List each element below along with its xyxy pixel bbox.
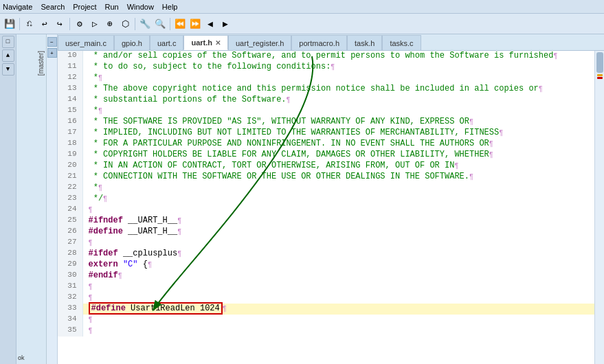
line-code[interactable]: * FOR A PARTICULAR PURPOSE AND NONINFRIN… xyxy=(82,139,594,150)
table-row: 31¶ xyxy=(58,282,594,293)
line-code[interactable]: * THE SOFTWARE IS PROVIDED "AS IS", WITH… xyxy=(82,117,594,128)
line-code[interactable]: * to do so, subject to the following con… xyxy=(82,62,594,73)
table-row: 17 * IMPLIED, INCLUDING BUT NOT LIMITED … xyxy=(58,128,594,139)
expand-btn[interactable]: + xyxy=(47,48,57,58)
line-code[interactable]: *¶ xyxy=(82,106,594,117)
line-code[interactable]: * CONNECTION WITH THE SOFTWARE OR THE US… xyxy=(82,172,594,183)
line-number: 17 xyxy=(58,128,82,139)
line-number: 35 xyxy=(58,326,82,337)
toolbar-btn-8[interactable]: ⬡ xyxy=(118,17,132,31)
line-number: 29 xyxy=(58,260,82,271)
toolbar-sep-3 xyxy=(135,18,135,30)
line-code[interactable]: #ifdef __cplusplus¶ xyxy=(82,249,594,260)
editor-body: 10 * and/or sell copies of the Software,… xyxy=(58,51,604,364)
toolbar-btn-4[interactable]: ↪ xyxy=(53,17,67,31)
line-number: 30 xyxy=(58,271,82,282)
line-code[interactable]: #ifndef __UART_H__¶ xyxy=(82,216,594,227)
collapse-btn[interactable]: − xyxy=(47,37,57,47)
minimap-indicator-1 xyxy=(597,74,603,76)
toolbar-btn-13[interactable]: ◀ xyxy=(203,17,217,31)
scroll-thumb[interactable] xyxy=(596,52,603,73)
line-code[interactable]: ¶ xyxy=(82,326,594,337)
table-row: 23 */¶ xyxy=(58,194,594,205)
toolbar-btn-5[interactable]: ⚙ xyxy=(73,17,87,31)
table-row: 18 * FOR A PARTICULAR PURPOSE AND NONINF… xyxy=(58,139,594,150)
line-code[interactable]: ¶ xyxy=(82,238,594,249)
table-row: 19 * COPYRIGHT HOLDERS BE LIABLE FOR ANY… xyxy=(58,150,594,161)
line-code[interactable]: #define __UART_H__¶ xyxy=(82,227,594,238)
toolbar-btn-3[interactable]: ↩ xyxy=(38,17,52,31)
line-number: 20 xyxy=(58,161,82,172)
line-code[interactable]: ¶ xyxy=(82,315,594,326)
code-table: 10 * and/or sell copies of the Software,… xyxy=(58,51,594,337)
table-row: 29extern "C" {¶ xyxy=(58,260,594,271)
table-row: 30#endif¶ xyxy=(58,271,594,282)
toolbar-btn-2[interactable]: ⎌ xyxy=(23,17,36,31)
toolbar-sep-2 xyxy=(69,18,70,30)
ok-label: ok xyxy=(18,354,45,361)
menu-search[interactable]: Search xyxy=(41,3,65,11)
tab-task[interactable]: task.h xyxy=(347,35,382,50)
line-code[interactable]: *¶ xyxy=(82,73,594,84)
line-number: 12 xyxy=(58,73,82,84)
table-row: 13 * The above copyright notice and this… xyxy=(58,84,594,95)
tab-portmacro[interactable]: portmacro.h xyxy=(291,35,347,50)
scroll-track[interactable] xyxy=(594,51,604,364)
menu-run[interactable]: Run xyxy=(105,3,119,11)
line-code[interactable]: * and/or sell copies of the Software, an… xyxy=(82,51,594,62)
line-code[interactable]: * The above copyright notice and this pe… xyxy=(82,84,594,95)
line-number: 18 xyxy=(58,139,82,150)
table-row: 35¶ xyxy=(58,326,594,337)
line-number: 25 xyxy=(58,216,82,227)
table-row: 26#define __UART_H__¶ xyxy=(58,227,594,238)
tab-gpio[interactable]: gpio.h xyxy=(114,35,150,50)
code-scroll[interactable]: 10 * and/or sell copies of the Software,… xyxy=(58,51,594,364)
line-code[interactable]: ¶ xyxy=(82,205,594,216)
menu-bar: Navigate Search Project Run Window Help xyxy=(0,0,604,14)
line-code[interactable]: */¶ xyxy=(82,194,594,205)
line-code[interactable]: #endif¶ xyxy=(82,271,594,282)
line-number: 16 xyxy=(58,117,82,128)
toolbar-btn-10[interactable]: 🔍 xyxy=(153,17,167,31)
line-number: 32 xyxy=(58,293,82,304)
line-number: 24 xyxy=(58,205,82,216)
menu-help[interactable]: Help xyxy=(162,3,178,11)
tab-uart-h[interactable]: uart.h ✕ xyxy=(183,35,228,50)
table-row: 24¶ xyxy=(58,205,594,216)
toolbar-btn-14[interactable]: ▶ xyxy=(219,17,232,31)
menu-window[interactable]: Window xyxy=(127,3,154,11)
tab-user-main[interactable]: user_main.c xyxy=(58,35,114,50)
toolbar-btn-11[interactable]: ⏪ xyxy=(173,17,187,31)
line-code[interactable]: * substantial portions of the Software.¶ xyxy=(82,95,594,106)
toolbar-btn-7[interactable]: ⊕ xyxy=(103,17,117,31)
tab-tasks-c[interactable]: tasks.c xyxy=(382,35,421,50)
menu-project[interactable]: Project xyxy=(73,3,96,11)
table-row: 33#define Usart1ReadLen 1024¶ xyxy=(58,304,594,315)
table-row: 12 *¶ xyxy=(58,73,594,84)
line-code[interactable]: *¶ xyxy=(82,183,594,194)
toolbar-btn-9[interactable]: 🔧 xyxy=(138,17,152,31)
tab-uart-c[interactable]: uart.c xyxy=(150,35,184,50)
line-number: 13 xyxy=(58,84,82,95)
panel-icon-3[interactable]: ▼ xyxy=(2,63,14,76)
line-code[interactable]: * COPYRIGHT HOLDERS BE LIABLE FOR ANY CL… xyxy=(82,150,594,161)
sidebar-area: − + xyxy=(47,34,58,364)
code-area[interactable]: 10 * and/or sell copies of the Software,… xyxy=(58,51,594,364)
tab-uart-register[interactable]: uart_register.h xyxy=(228,35,291,50)
panel-icon-1[interactable]: □ xyxy=(2,36,14,48)
panel-icon-2[interactable]: ▲ xyxy=(2,49,14,62)
line-code[interactable]: * IMPLIED, INCLUDING BUT NOT LIMITED TO … xyxy=(82,128,594,139)
line-code[interactable]: #define Usart1ReadLen 1024¶ xyxy=(82,304,594,315)
toolbar-btn-1[interactable]: 💾 xyxy=(3,17,16,31)
line-code[interactable]: extern "C" {¶ xyxy=(82,260,594,271)
tab-close-uart-h[interactable]: ✕ xyxy=(215,39,221,47)
table-row: 10 * and/or sell copies of the Software,… xyxy=(58,51,594,62)
line-code[interactable]: ¶ xyxy=(82,282,594,293)
line-number: 15 xyxy=(58,106,82,117)
menu-navigate[interactable]: Navigate xyxy=(3,3,32,11)
line-number: 27 xyxy=(58,238,82,249)
line-code[interactable]: * IN AN ACTION OF CONTRACT, TORT OR OTHE… xyxy=(82,161,594,172)
line-number: 34 xyxy=(58,315,82,326)
toolbar-btn-12[interactable]: ⏩ xyxy=(188,17,202,31)
toolbar-btn-6[interactable]: ▷ xyxy=(88,17,102,31)
